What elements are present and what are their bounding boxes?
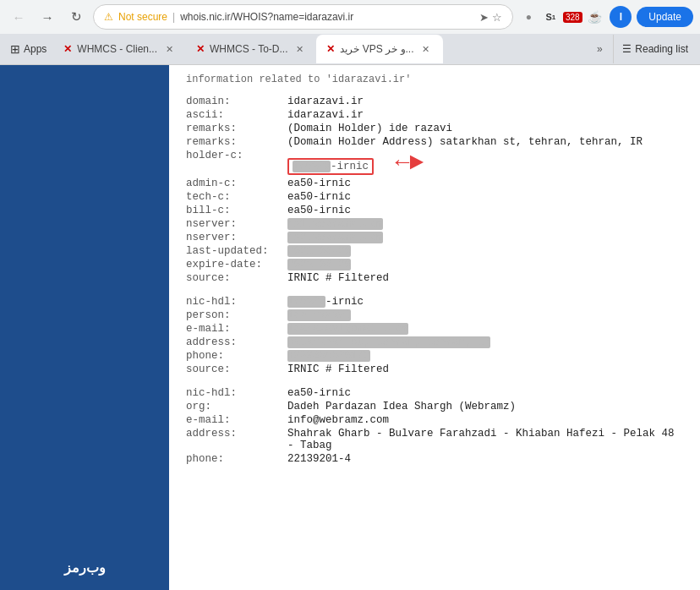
apps-tab[interactable]: ⊞ Apps [3,35,53,63]
whois-content[interactable]: information related to 'idarazavi.ir' do… [169,65,700,590]
tab-vps[interactable]: ✕ خرید VPS و خر... ✕ [316,35,442,63]
holder-c-suffix: -irnic [331,161,369,172]
tab-whmcs1[interactable]: ✕ WHMCS - Clien... ✕ [53,35,186,63]
admin-c-value: ea50-irnic [287,178,351,189]
spinner-icon: ● [518,7,539,27]
tab-close-vps[interactable]: ✕ [419,42,433,56]
address2-label: address: [186,428,287,451]
share-icon[interactable]: ➤ [479,11,489,24]
last-updated-label: last-updated: [186,245,287,257]
nic-section-2: nic-hdl: ea50-irnic org: Dadeh Pardazan … [186,387,683,465]
address1-row: address: satarkhan st, tehran, tehran, I… [186,336,683,348]
nic-hdl1-label: nic-hdl: [186,296,287,308]
reading-list-label: Reading list [635,43,688,55]
url-text: whois.nic.ir/WHOIS?name=idarazavi.ir [180,11,474,23]
not-secure-icon: ⚠ [104,11,113,23]
extension-icons: ● S1 328 ☕ [518,7,604,27]
email2-value: info@webramz.com [287,414,389,426]
ascii-row: ascii: idarazavi.ir [186,109,683,121]
tabs-bar: ⊞ Apps ✕ WHMCS - Clien... ✕ ✕ WHMCS - To… [0,34,700,64]
remarks2-label: remarks: [186,136,287,148]
apps-grid-icon: ⊞ [10,42,20,56]
tab-whmcs2[interactable]: ✕ WHMCS - To-D... ✕ [186,35,316,63]
nic-hdl2-row: nic-hdl: ea50-irnic [186,387,683,399]
not-secure-label: Not secure [118,11,167,23]
phone1-label: phone: [186,350,287,362]
watermark-text: وب‌رمز [64,560,106,576]
ascii-label: ascii: [186,109,287,121]
address2-value: Shahrak Gharb - Bulvare Farahzadi - Khia… [287,428,683,451]
remarks2-row: remarks: (Domain Holder Address) satarkh… [186,136,683,148]
source1-label: source: [186,272,287,284]
ascii-value: idarazavi.ir [287,109,364,121]
tech-c-value: ea50-irnic [287,191,351,203]
source2-value: IRNIC # Filtered [287,363,389,375]
forward-button[interactable]: → [36,5,59,29]
left-sidebar: وب‌رمز [0,65,169,590]
source1-value: IRNIC # Filtered [287,272,389,284]
bill-c-value: ea50-irnic [287,205,351,216]
person1-value: ide razavi [287,309,351,321]
holder-c-highlight: ir5203-irnic [287,158,374,175]
nserver1-value: ns1.webramz.com [287,218,383,230]
nic-hdl2-value: ea50-irnic [287,387,351,399]
email1-value: idarazavi@gmail.com [287,323,408,335]
person1-row: person: ide razavi [186,309,683,321]
tab-favicon-vps: ✕ [326,43,335,55]
more-tabs-button[interactable]: » [588,37,611,61]
reload-button[interactable]: ↻ [64,5,88,29]
s1-icon[interactable]: S1 [540,7,561,27]
email2-row: e-mail: info@webramz.com [186,414,683,426]
content-area: وب‌رمز information related to 'idarazavi… [0,65,700,590]
domain-label: domain: [186,96,287,107]
nic-section-1: nic-hdl: ir5203-irnic person: ide razavi… [186,296,683,375]
update-button[interactable]: Update [637,7,693,27]
phone2-row: phone: 22139201-4 [186,453,683,465]
back-button[interactable]: ← [7,5,30,29]
expire-date-row: expire-date: 2022-09-20 [186,259,683,270]
tech-c-label: tech-c: [186,191,287,203]
tab-close-whmcs1[interactable]: ✕ [162,42,176,56]
tech-c-row: tech-c: ea50-irnic [186,191,683,203]
email1-label: e-mail: [186,323,287,335]
domain-section: domain: idarazavi.ir ascii: idarazavi.ir… [186,96,683,284]
source1-row: source: IRNIC # Filtered [186,272,683,284]
holder-c-blurred: ir5203 [293,161,331,172]
browser-chrome: ← → ↻ ⚠ Not secure | whois.nic.ir/WHOIS?… [0,0,700,65]
tab-favicon-whmcs1: ✕ [63,43,72,55]
address2-row: address: Shahrak Gharb - Bulvare Farahza… [186,428,683,451]
holder-c-value: ir5203-irnic ←► [287,150,424,176]
address1-label: address: [186,336,287,348]
badge-icon[interactable]: 328 [562,7,582,27]
remarks1-label: remarks: [186,123,287,134]
nic-hdl1-suffix: -irnic [325,296,364,308]
address-bar-icons: ➤ ☆ [479,11,502,24]
reading-list-icon: ☰ [622,43,632,55]
address1-value: satarkhan st, tehran, tehran, IR [287,336,490,348]
intro-text: information related to 'idarazavi.ir' [186,74,683,85]
address-bar[interactable]: ⚠ Not secure | whois.nic.ir/WHOIS?name=i… [93,4,513,30]
domain-row: domain: idarazavi.ir [186,96,683,107]
puzzle-icon[interactable]: ☕ [584,7,604,27]
nic-hdl1-value: ir5203-irnic [287,296,364,308]
star-icon[interactable]: ☆ [492,11,502,24]
last-updated-value: 2021-09-20 [287,245,351,257]
nserver1-row: nserver: ns1.webramz.com [186,218,683,230]
nserver2-label: nserver: [186,232,287,243]
separator: | [172,11,175,23]
remarks2-value: (Domain Holder Address) satarkhan st, te… [287,136,643,148]
watermark: وب‌رمز [0,553,169,582]
email2-label: e-mail: [186,414,287,426]
phone1-row: phone: +989355500172 [186,350,683,362]
last-updated-row: last-updated: 2021-09-20 [186,245,683,257]
nserver1-label: nserver: [186,218,287,230]
reading-list-button[interactable]: ☰ Reading list [613,35,697,63]
red-arrow: ←► [396,150,424,176]
profile-button[interactable]: I [610,6,632,28]
source2-label: source: [186,363,287,375]
holder-c-label: holder-c: [186,150,287,176]
remarks1-row: remarks: (Domain Holder) ide razavi [186,123,683,134]
expire-date-value: 2022-09-20 [287,259,351,270]
bill-c-row: bill-c: ea50-irnic [186,205,683,216]
tab-close-whmcs2[interactable]: ✕ [293,42,306,56]
